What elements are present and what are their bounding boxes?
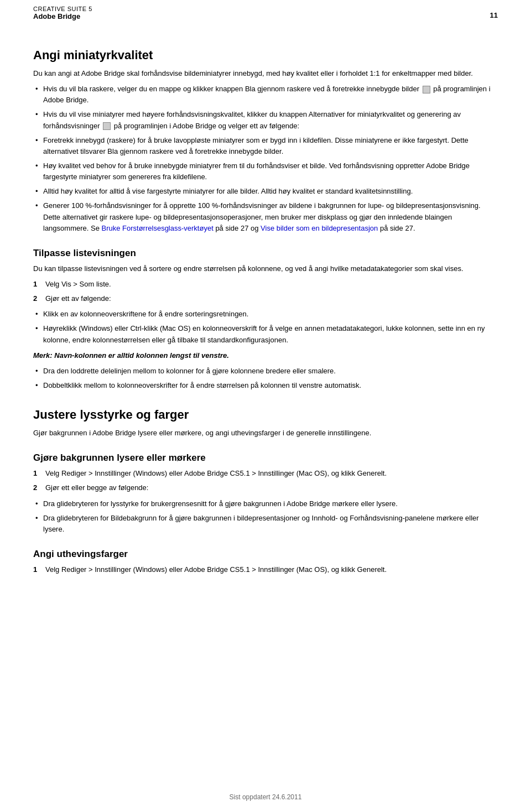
page-footer: Sist oppdatert 24.6.2011 bbox=[0, 793, 531, 801]
tilpasse-sub-bullets: Klikk en av kolonneoverskriftene for å e… bbox=[33, 309, 498, 345]
step-text: Gjør ett av følgende: bbox=[45, 294, 111, 303]
step-number: 2 bbox=[33, 293, 37, 304]
section-angi-miniatyrkvalitet-title: Angi miniatyrkvalitet bbox=[33, 48, 498, 63]
section-tilpasse-title: Tilpasse listevisningen bbox=[33, 248, 498, 259]
tilpasse-note: Merk: Navn-kolonnen er alltid kolonnen l… bbox=[33, 350, 498, 361]
list-item: Generer 100 %-forhåndsvisninger for å op… bbox=[33, 200, 498, 233]
tilpasse-final-bullets: Dra den loddrette delelinjen mellom to k… bbox=[33, 366, 498, 391]
list-item: Dra glidebryteren for lysstyrke for bruk… bbox=[33, 498, 498, 509]
bullet-text: Dra glidebryteren for Bildebakgrunn for … bbox=[43, 514, 479, 533]
tilpasse-intro: Du kan tilpasse listevisningen ved å sor… bbox=[33, 263, 498, 274]
section-justere-title: Justere lysstyrke og farger bbox=[33, 408, 498, 422]
bullet-text: Hvis du vil bla raskere, velger du en ma… bbox=[43, 85, 491, 104]
uthevingsfarger-steps: 1 Velg Rediger > Innstillinger (Windows)… bbox=[33, 564, 498, 575]
list-item: 2 Gjør ett eller begge av følgende: bbox=[33, 482, 498, 493]
bullet-text: Hvis du vil vise miniatyrer med høyere f… bbox=[43, 110, 461, 129]
list-item: 1 Velg Rediger > Innstillinger (Windows)… bbox=[33, 468, 498, 479]
section-uthevingsfarger-title: Angi uthevingsfarger bbox=[33, 549, 498, 560]
footer-text: Sist oppdatert 24.6.2011 bbox=[230, 793, 302, 801]
list-item: Høy kvalitet ved behov for å bruke inneb… bbox=[33, 160, 498, 183]
list-item: 2 Gjør ett av følgende: bbox=[33, 293, 498, 304]
note-label: Merk: Navn-kolonnen er alltid kolonnen l… bbox=[33, 351, 229, 360]
page-number: 11 bbox=[490, 6, 498, 19]
page-header: CREATIVE SUITE 5 Adobe Bridge 11 bbox=[33, 0, 498, 32]
list-item: Dra den loddrette delelinjen mellom to k… bbox=[33, 366, 498, 377]
list-item: Hvis du vil bla raskere, velger du en ma… bbox=[33, 84, 498, 106]
bullet-text: Høyreklikk (Windows) eller Ctrl-klikk (M… bbox=[43, 324, 485, 343]
list-item: 1 Velg Rediger > Innstillinger (Windows)… bbox=[33, 564, 498, 575]
bullet-text: Høy kvalitet ved behov for å bruke inneb… bbox=[43, 162, 470, 181]
step-number: 1 bbox=[33, 564, 37, 575]
list-item: Dobbeltklikk mellom to kolonneoverskrift… bbox=[33, 380, 498, 391]
page: CREATIVE SUITE 5 Adobe Bridge 11 Angi mi… bbox=[0, 0, 531, 812]
step-text: Gjør ett eller begge av følgende: bbox=[45, 483, 148, 492]
product-label: Adobe Bridge bbox=[33, 12, 92, 20]
bakgrunnen-steps: 1 Velg Rediger > Innstillinger (Windows)… bbox=[33, 468, 498, 493]
step-text: Velg Rediger > Innstillinger (Windows) e… bbox=[45, 469, 387, 477]
list-item: Hvis du vil vise miniatyrer med høyere f… bbox=[33, 109, 498, 131]
inline-icon bbox=[423, 86, 430, 93]
list-item: Klikk en av kolonneoverskriftene for å e… bbox=[33, 309, 498, 320]
section-bakgrunnen-title: Gjøre bakgrunnen lysere eller mørkere bbox=[33, 452, 498, 464]
angi-miniatyrkvalitet-intro: Du kan angi at Adobe Bridge skal forhånd… bbox=[33, 68, 498, 79]
bullet-text: Dra glidebryteren for lysstyrke for bruk… bbox=[43, 499, 398, 508]
angi-miniatyrkvalitet-bullets: Hvis du vil bla raskere, velger du en ma… bbox=[33, 84, 498, 234]
list-item: 1 Velg Vis > Som liste. bbox=[33, 279, 498, 290]
list-item: Foretrekk innebygd (raskere) for å bruke… bbox=[33, 135, 498, 157]
suite-label: CREATIVE SUITE 5 bbox=[33, 6, 92, 12]
step-number: 1 bbox=[33, 279, 37, 290]
bullet-text: Alltid høy kvalitet for alltid å vise fa… bbox=[43, 187, 413, 195]
list-item: Alltid høy kvalitet for alltid å vise fa… bbox=[33, 186, 498, 197]
bullet-text: Dra den loddrette delelinjen mellom to k… bbox=[43, 367, 336, 375]
list-item: Dra glidebryteren for Bildebakgrunn for … bbox=[33, 513, 498, 535]
link-vise-bilder[interactable]: Vise bilder som en bildepresentasjon bbox=[261, 224, 378, 232]
list-item: Høyreklikk (Windows) eller Ctrl-klikk (M… bbox=[33, 323, 498, 345]
step-number: 2 bbox=[33, 482, 37, 493]
tilpasse-steps: 1 Velg Vis > Som liste. 2 Gjør ett av fø… bbox=[33, 279, 498, 304]
link-forstorrelsesglass[interactable]: Bruke Forstørrelsesglass-verktøyet bbox=[102, 224, 214, 232]
step-number: 1 bbox=[33, 468, 37, 479]
bullet-text: Generer 100 %-forhåndsvisninger for å op… bbox=[43, 201, 481, 232]
bullet-text: Foretrekk innebygd (raskere) for å bruke… bbox=[43, 136, 468, 155]
bullet-text: Klikk en av kolonneoverskriftene for å e… bbox=[43, 310, 248, 318]
header-left: CREATIVE SUITE 5 Adobe Bridge bbox=[33, 6, 92, 20]
justere-intro: Gjør bakgrunnen i Adobe Bridge lysere el… bbox=[33, 428, 498, 439]
inline-icon-2 bbox=[103, 122, 111, 130]
bullet-text: Dobbeltklikk mellom to kolonneoverskrift… bbox=[43, 381, 361, 389]
step-text: Velg Rediger > Innstillinger (Windows) e… bbox=[45, 565, 387, 574]
step-text: Velg Vis > Som liste. bbox=[45, 280, 111, 288]
bakgrunnen-sub-bullets: Dra glidebryteren for lysstyrke for bruk… bbox=[33, 498, 498, 535]
